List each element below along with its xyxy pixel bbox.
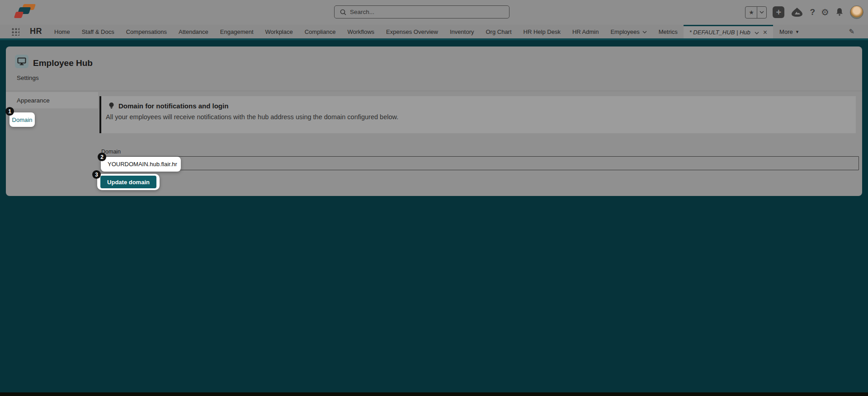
update-domain-highlight: Update domain (97, 174, 160, 190)
employee-hub-settings-card: Employee Hub Settings Appearance Domain … (6, 47, 862, 196)
sidebar-item-appearance[interactable]: Appearance (6, 92, 98, 108)
step-badge-3: 3 (92, 170, 101, 179)
nav-tab-active-default-hub[interactable]: * DEFAULT_HUB | Hub × (684, 25, 773, 38)
flair-logo (15, 4, 36, 19)
page-title: Employee Hub (33, 58, 93, 68)
user-avatar[interactable] (850, 5, 863, 19)
notifications-bell-icon[interactable] (835, 7, 844, 17)
search-icon (340, 9, 346, 15)
sidebar-item-label: Domain (12, 116, 33, 123)
update-domain-button[interactable]: Update domain (100, 176, 156, 188)
step-badge-1: 1 (5, 107, 14, 116)
chevron-down-icon[interactable] (642, 31, 647, 33)
flair-logo-red-shape (14, 12, 24, 18)
settings-tab-label[interactable]: Settings (17, 75, 39, 81)
nav-tab-workplace[interactable]: Workplace (259, 25, 299, 38)
favorites-dropdown-icon[interactable] (757, 7, 766, 18)
sidebar-item-domain[interactable]: Domain (9, 112, 35, 127)
nav-tab-label: Workplace (265, 28, 293, 35)
nav-tab-label: Engagement (220, 28, 254, 35)
info-box-title-row: Domain for notifications and login (106, 102, 856, 110)
nav-tab-org-chart[interactable]: Org Chart (480, 25, 517, 38)
card-divider (6, 91, 862, 91)
bottom-dark-strip (0, 392, 868, 396)
nav-tab-inventory[interactable]: Inventory (444, 25, 480, 38)
nav-tab-label: Inventory (450, 28, 474, 35)
search-placeholder: Search... (350, 9, 374, 15)
employee-hub-icon (15, 55, 28, 68)
global-search-input[interactable]: Search... (334, 5, 509, 19)
global-actions-icon[interactable]: + (773, 6, 784, 18)
more-caret-icon: ▾ (796, 29, 799, 35)
tutorial-screenshot-canvas: Search... ★ + ? ⚙ (0, 0, 868, 396)
sidebar-item-label: Appearance (17, 97, 50, 104)
nav-tab-metrics[interactable]: Metrics (653, 25, 684, 38)
more-label: More (779, 28, 793, 35)
step-badge-2: 2 (98, 153, 106, 161)
nav-tab-label: Compliance (305, 28, 336, 35)
monitor-icon (17, 57, 26, 65)
header-utility-icons: ★ + ? ⚙ (745, 5, 863, 19)
nav-tab-label: Staff & Docs (82, 28, 114, 35)
domain-input-value: YOURDOMAIN.hub.flair.hr (108, 161, 177, 168)
app-name: HR (30, 27, 42, 38)
nav-tab-label: Workflows (347, 28, 374, 35)
nav-tab-engagement[interactable]: Engagement (214, 25, 259, 38)
app-navigation-bar: HR HomeStaff & DocsCompensationsAttendan… (0, 25, 868, 40)
help-icon[interactable]: ? (810, 7, 815, 17)
info-box-title: Domain for notifications and login (118, 102, 228, 110)
chevron-down-icon[interactable] (755, 32, 759, 34)
lightbulb-icon (108, 102, 114, 110)
nav-tab-label: Attendance (179, 28, 208, 35)
nav-tab-hr-admin[interactable]: HR Admin (566, 25, 605, 38)
trailhead-icon[interactable] (790, 7, 804, 18)
nav-tabs: HomeStaff & DocsCompensationsAttendanceE… (48, 25, 684, 38)
edit-navigation-pencil-icon[interactable]: ✎ (849, 25, 854, 38)
favorites-control: ★ (745, 6, 767, 19)
domain-info-box: Domain for notifications and login All y… (99, 96, 856, 133)
domain-input-highlight[interactable]: YOURDOMAIN.hub.flair.hr (101, 157, 181, 172)
nav-tab-label: Expenses Overview (386, 28, 438, 35)
nav-tab-label: HR Admin (572, 28, 599, 35)
nav-tab-workflows[interactable]: Workflows (341, 25, 380, 38)
nav-tab-label: Org Chart (486, 28, 511, 35)
nav-tab-employees[interactable]: Employees (604, 25, 652, 38)
nav-tab-staff-docs[interactable]: Staff & Docs (76, 25, 120, 38)
nav-tab-compliance[interactable]: Compliance (299, 25, 342, 38)
info-box-description: All your employees will receive notifica… (106, 113, 856, 121)
nav-tab-compensations[interactable]: Compensations (120, 25, 173, 38)
active-tab-label: * DEFAULT_HUB | Hub (689, 29, 750, 36)
nav-tab-home[interactable]: Home (48, 25, 76, 38)
nav-more-menu[interactable]: More ▾ (773, 25, 805, 38)
nav-tab-label: Metrics (659, 28, 678, 35)
nav-tab-expenses-overview[interactable]: Expenses Overview (380, 25, 444, 38)
nav-tab-attendance[interactable]: Attendance (173, 25, 214, 38)
nav-tab-label: Home (54, 28, 70, 35)
domain-input[interactable] (101, 156, 859, 170)
nav-tab-label: Compensations (126, 28, 167, 35)
nav-tab-label: Employees (610, 28, 639, 35)
nav-tab-hr-help-desk[interactable]: HR Help Desk (518, 25, 566, 38)
global-header: Search... ★ + ? ⚙ (0, 0, 868, 25)
close-tab-icon[interactable]: × (763, 28, 767, 37)
setup-gear-icon[interactable]: ⚙ (821, 8, 829, 17)
app-launcher-icon[interactable] (11, 28, 19, 36)
favorites-star-icon[interactable]: ★ (745, 7, 757, 18)
nav-tab-label: HR Help Desk (524, 28, 561, 35)
